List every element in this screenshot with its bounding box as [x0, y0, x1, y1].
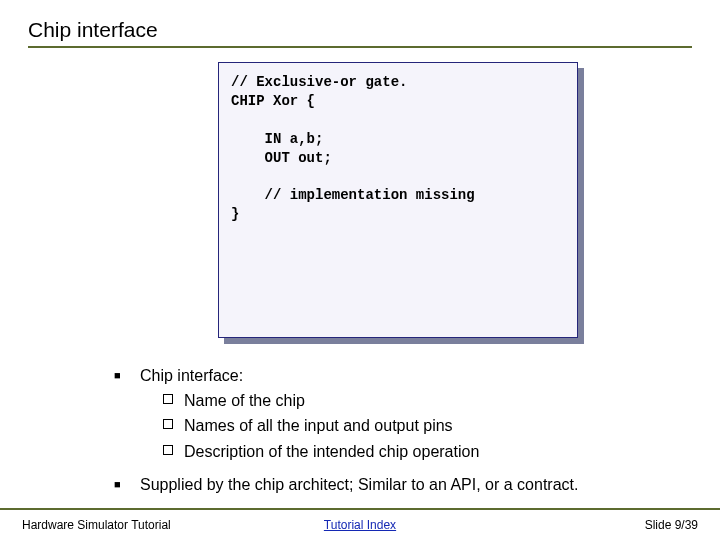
hollow-square-icon	[162, 418, 176, 432]
list-item: ■ Chip interface: Name of the chip Names…	[114, 364, 692, 463]
code-line: // implementation missing	[231, 187, 475, 203]
footer-left: Hardware Simulator Tutorial	[22, 518, 171, 532]
tutorial-index-link[interactable]: Tutorial Index	[324, 518, 396, 532]
code-block-container: // Exclusive-or gate. CHIP Xor { IN a,b;…	[218, 62, 578, 338]
sub-item-text: Name of the chip	[184, 389, 305, 412]
footer: Hardware Simulator Tutorial Tutorial Ind…	[0, 508, 720, 540]
page-title: Chip interface	[28, 18, 692, 42]
list-item-text: Chip interface:	[140, 364, 692, 387]
square-bullet-icon: ■	[114, 369, 124, 381]
code-line: IN a,b;	[231, 131, 323, 147]
bullet-list: ■ Chip interface: Name of the chip Names…	[114, 364, 692, 496]
code-line: OUT out;	[231, 150, 332, 166]
code-line: // Exclusive-or gate.	[231, 74, 407, 90]
sub-item-text: Description of the intended chip operati…	[184, 440, 479, 463]
square-bullet-icon: ■	[114, 478, 124, 490]
code-line: }	[231, 206, 239, 222]
sub-list-item: Names of all the input and output pins	[162, 414, 692, 437]
title-divider	[28, 46, 692, 48]
sub-list-item: Description of the intended chip operati…	[162, 440, 692, 463]
hollow-square-icon	[162, 393, 176, 407]
list-item-text: Supplied by the chip architect; Similar …	[140, 473, 692, 496]
hollow-square-icon	[162, 444, 176, 458]
footer-right: Slide 9/39	[645, 518, 698, 532]
sub-list-item: Name of the chip	[162, 389, 692, 412]
sub-item-text: Names of all the input and output pins	[184, 414, 453, 437]
slide: Chip interface // Exclusive-or gate. CHI…	[0, 0, 720, 540]
code-block: // Exclusive-or gate. CHIP Xor { IN a,b;…	[218, 62, 578, 338]
code-line: CHIP Xor {	[231, 93, 315, 109]
list-item: ■ Supplied by the chip architect; Simila…	[114, 473, 692, 496]
list-item-content: Chip interface: Name of the chip Names o…	[140, 364, 692, 463]
